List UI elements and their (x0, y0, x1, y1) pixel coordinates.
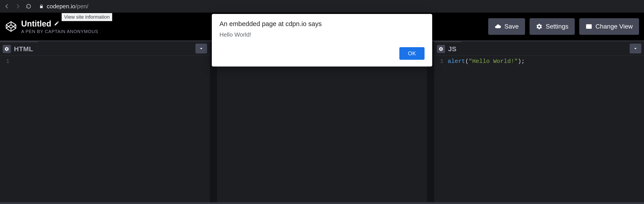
line-number-gutter: 1 (434, 58, 448, 202)
settings-button[interactable]: Settings (530, 18, 575, 35)
editor-panel: JS1alert("Hello World!"); (434, 41, 644, 202)
panel-options-chevron-down-icon[interactable] (630, 44, 641, 53)
save-button-label: Save (504, 23, 519, 30)
resize-rail[interactable] (0, 202, 644, 204)
back-button[interactable] (4, 3, 10, 10)
site-info-tooltip: View site information (62, 13, 112, 21)
cloud-icon (494, 23, 501, 30)
editor-panel: HTML1 (0, 41, 210, 202)
code-content[interactable] (14, 58, 210, 202)
panel-label: HTML (14, 45, 33, 53)
change-view-button-label: Change View (596, 23, 633, 30)
reload-button[interactable] (25, 3, 32, 10)
change-view-button[interactable]: Change View (579, 18, 639, 35)
panel-header: HTML (0, 41, 210, 56)
panel-tab[interactable]: JS (434, 41, 462, 55)
address-bar[interactable]: codepen.io/pen/ (39, 3, 88, 10)
code-content[interactable] (230, 58, 427, 202)
forward-button[interactable] (14, 3, 21, 10)
line-number-gutter: 1 (0, 58, 14, 202)
js-alert-dialog: An embedded page at cdpn.io says Hello W… (212, 14, 432, 66)
settings-button-label: Settings (546, 23, 568, 30)
browser-toolbar: codepen.io/pen/ View site information (0, 0, 644, 12)
pen-subtitle: A PEN BY CAPTAIN ANONYMOUS (21, 29, 98, 34)
codepen-logo-icon[interactable] (5, 20, 17, 32)
url-path: /pen/ (75, 3, 88, 10)
panel-settings-gear-icon[interactable] (437, 45, 445, 53)
alert-ok-button[interactable]: OK (399, 47, 424, 60)
edit-title-icon[interactable] (54, 21, 59, 27)
alert-title: An embedded page at cdpn.io says (220, 20, 424, 28)
pen-title[interactable]: Untitled (21, 19, 51, 28)
code-editor[interactable]: 1 (217, 56, 427, 202)
save-button[interactable]: Save (488, 18, 525, 35)
line-number-gutter: 1 (217, 58, 230, 202)
layout-icon (586, 23, 592, 30)
panel-options-chevron-down-icon[interactable] (196, 44, 207, 53)
panel-tab[interactable]: HTML (0, 41, 38, 55)
code-editor[interactable]: 1 (0, 56, 210, 202)
panel-label: JS (448, 45, 457, 53)
alert-message: Hello World! (220, 31, 424, 38)
svg-rect-0 (586, 24, 592, 28)
url-host: codepen.io (47, 3, 75, 10)
panel-settings-gear-icon[interactable] (3, 45, 11, 53)
gear-icon (536, 23, 542, 30)
panel-header: JS (434, 41, 644, 56)
code-content[interactable]: alert("Hello World!"); (448, 58, 644, 202)
lock-icon[interactable] (39, 4, 44, 8)
code-editor[interactable]: 1alert("Hello World!"); (434, 56, 644, 202)
